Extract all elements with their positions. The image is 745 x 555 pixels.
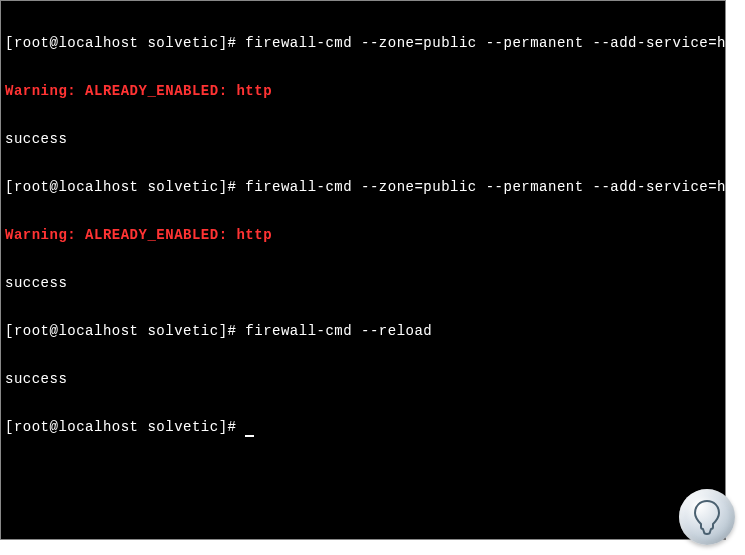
terminal-line: [root@localhost solvetic]# firewall-cmd …: [5, 35, 721, 51]
output-line: success: [5, 275, 721, 291]
shell-command: firewall-cmd --zone=public --permanent -…: [236, 35, 726, 51]
output-line: success: [5, 371, 721, 387]
shell-command: firewall-cmd --reload: [236, 323, 432, 339]
shell-prompt: [root@localhost solvetic]#: [5, 179, 236, 195]
output-line: success: [5, 131, 721, 147]
shell-command: firewall-cmd --zone=public --permanent -…: [236, 179, 726, 195]
terminal-line-active: [root@localhost solvetic]#: [5, 419, 721, 435]
cursor-icon: [245, 435, 254, 437]
terminal-window[interactable]: [root@localhost solvetic]# firewall-cmd …: [0, 0, 726, 540]
warning-line: Warning: ALREADY_ENABLED: http: [5, 227, 721, 243]
shell-prompt: [root@localhost solvetic]#: [5, 419, 236, 435]
shell-prompt: [root@localhost solvetic]#: [5, 323, 236, 339]
shell-command: [236, 419, 245, 435]
warning-line: Warning: ALREADY_ENABLED: http: [5, 83, 721, 99]
terminal-line: [root@localhost solvetic]# firewall-cmd …: [5, 323, 721, 339]
shell-prompt: [root@localhost solvetic]#: [5, 35, 236, 51]
lightbulb-icon: [691, 499, 723, 535]
terminal-line: [root@localhost solvetic]# firewall-cmd …: [5, 179, 721, 195]
brand-logo-badge: [679, 489, 735, 545]
